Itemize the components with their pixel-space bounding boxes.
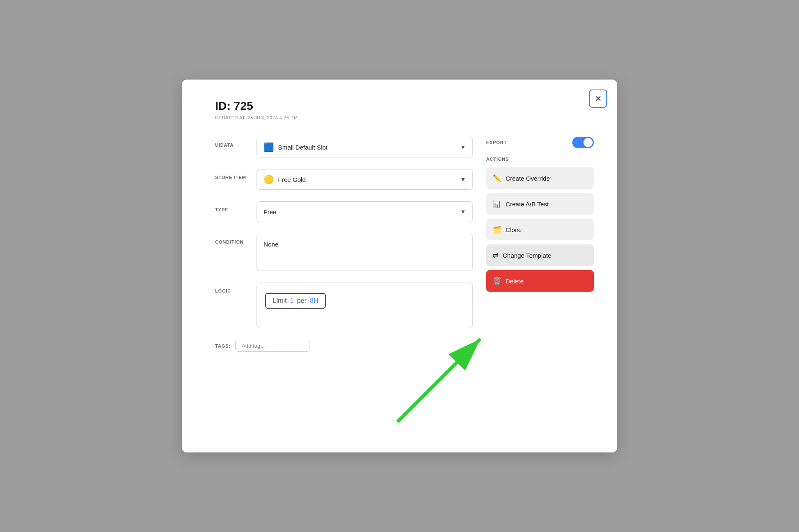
change-template-label: Change Template <box>503 252 551 259</box>
store-item-icon: 🟡 <box>264 174 274 184</box>
uidata-input-wrapper: 🟦 Small Default Slot ▼ <box>257 137 473 157</box>
type-input-wrapper: Free ▼ <box>257 201 473 222</box>
create-override-label: Create Override <box>506 175 550 182</box>
export-row: EXPORT <box>486 137 594 148</box>
tag-input[interactable] <box>235 340 310 352</box>
export-label: EXPORT <box>486 140 507 145</box>
logic-box[interactable]: Limit 1 per 8H <box>257 283 473 328</box>
form-section: UIDATA 🟦 Small Default Slot ▼ STORE I <box>215 137 473 352</box>
uidata-chevron-icon: ▼ <box>460 144 466 150</box>
condition-textarea[interactable]: None <box>257 234 473 271</box>
store-item-label: STORE ITEM <box>215 169 257 180</box>
clone-button[interactable]: 🗂️ Clone <box>486 219 594 240</box>
swap-icon: ⇄ <box>493 251 499 260</box>
condition-value: None <box>264 241 278 248</box>
export-toggle[interactable] <box>572 137 594 148</box>
modal-subtitle: UPDATED AT: 28 JUN, 2024 4:26 PM <box>215 115 594 120</box>
modal: ✕ ID: 725 UPDATED AT: 28 JUN, 2024 4:26 … <box>182 80 617 452</box>
delete-button[interactable]: 🗑️ Delete <box>486 270 594 292</box>
store-item-input-wrapper: 🟡 Free Gold ▼ <box>257 169 473 190</box>
create-ab-test-button[interactable]: 📊 Create A/B Test <box>486 193 594 215</box>
logic-content: Limit 1 per 8H <box>265 293 326 309</box>
clone-label: Clone <box>506 226 522 233</box>
logic-limit-num: 1 <box>290 297 294 305</box>
type-chevron-icon: ▼ <box>460 208 466 215</box>
clone-icon: 🗂️ <box>493 225 501 234</box>
change-template-button[interactable]: ⇄ Change Template <box>486 244 594 266</box>
create-ab-test-label: Create A/B Test <box>506 201 549 208</box>
logic-label: LOGIC <box>215 283 257 293</box>
content-layout: UIDATA 🟦 Small Default Slot ▼ STORE I <box>215 137 594 352</box>
delete-label: Delete <box>506 278 523 285</box>
store-item-field-row: STORE ITEM 🟡 Free Gold ▼ <box>215 169 473 190</box>
chart-icon: 📊 <box>493 200 501 208</box>
logic-limit-text: Limit <box>273 297 287 305</box>
uidata-label: UIDATA <box>215 137 257 148</box>
store-item-select[interactable]: 🟡 Free Gold ▼ <box>257 169 473 190</box>
uidata-icon: 🟦 <box>264 142 274 152</box>
logic-input-wrapper: Limit 1 per 8H <box>257 283 473 328</box>
modal-title: ID: 725 <box>215 99 594 113</box>
actions-section: EXPORT ACTIONS ✏️ Create Override 📊 Crea… <box>486 137 594 352</box>
trash-icon: 🗑️ <box>493 277 501 285</box>
condition-field-row: CONDITION None <box>215 234 473 271</box>
tags-label: TAGS: <box>215 343 230 348</box>
tags-row: TAGS: <box>215 340 473 352</box>
uidata-field-row: UIDATA 🟦 Small Default Slot ▼ <box>215 137 473 157</box>
store-item-chevron-icon: ▼ <box>460 176 466 183</box>
uidata-select-inner: 🟦 Small Default Slot <box>264 142 327 152</box>
toggle-knob <box>584 138 593 147</box>
logic-per-text: per <box>297 297 307 305</box>
logic-time-value: 8H <box>310 297 318 305</box>
store-item-select-inner: 🟡 Free Gold <box>264 174 306 184</box>
type-label: TYPE <box>215 201 257 212</box>
close-button[interactable]: ✕ <box>589 89 607 108</box>
create-override-button[interactable]: ✏️ Create Override <box>486 167 594 189</box>
modal-overlay: ✕ ID: 725 UPDATED AT: 28 JUN, 2024 4:26 … <box>0 0 799 532</box>
actions-title: ACTIONS <box>486 157 594 162</box>
uidata-select[interactable]: 🟦 Small Default Slot ▼ <box>257 137 473 157</box>
logic-field-row: LOGIC Limit 1 per 8H <box>215 283 473 328</box>
type-select-inner: Free <box>264 208 276 215</box>
condition-label: CONDITION <box>215 234 257 244</box>
uidata-value: Small Default Slot <box>278 144 327 151</box>
condition-input-wrapper: None <box>257 234 473 271</box>
store-item-value: Free Gold <box>278 176 306 183</box>
type-field-row: TYPE Free ▼ <box>215 201 473 222</box>
type-value: Free <box>264 208 276 215</box>
close-icon: ✕ <box>595 94 602 104</box>
pencil-icon: ✏️ <box>493 174 501 183</box>
type-select[interactable]: Free ▼ <box>257 201 473 222</box>
